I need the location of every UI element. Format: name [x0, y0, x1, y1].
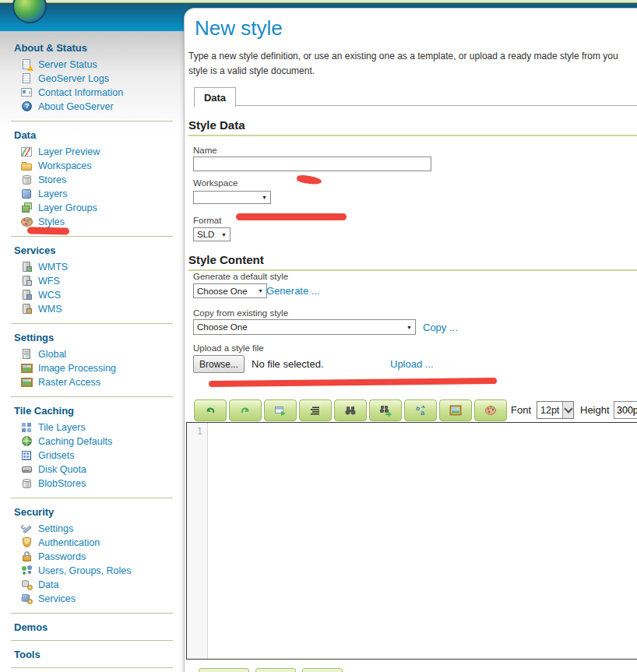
sidebar-separator	[11, 498, 173, 498]
annotation-styles-underline	[27, 227, 69, 234]
annotation-format-line	[236, 213, 347, 220]
code-editor-textarea[interactable]	[209, 423, 637, 659]
sidebar-link-blobstores[interactable]: BlobStores	[38, 478, 86, 489]
sidebar-item-raster-access: Raster Access	[0, 375, 184, 389]
sidebar-item-wcs: WCS	[0, 288, 184, 302]
tab-underline	[194, 105, 637, 106]
svg-text:b: b	[416, 405, 420, 412]
reformat-xml-button[interactable]	[264, 399, 297, 421]
replace-letters-icon: ba	[414, 404, 427, 417]
browse-button[interactable]: Browse...	[193, 355, 245, 373]
replace-button[interactable]: ba	[404, 399, 437, 421]
font-size-select[interactable]: 12pt	[537, 401, 574, 419]
geoserver-new-style-page: { "header": { "logo": "geoserver-globe" …	[0, 0, 637, 672]
sidebar-item-blobstores: BlobStores	[0, 477, 184, 491]
layer-preview-icon	[21, 146, 33, 157]
find-button[interactable]	[334, 399, 367, 421]
chevron-down-icon: ▼	[258, 288, 263, 294]
sidebar-item-tile-layers: Tile Layers	[0, 420, 184, 435]
sidebar-link-image-processing[interactable]: Image Processing	[38, 363, 116, 374]
image-processing-icon	[21, 363, 33, 374]
sidebar-separator	[11, 323, 173, 324]
sidebar-link-caching-defaults[interactable]: Caching Defaults	[38, 436, 112, 447]
sidebar-link-layers[interactable]: Layers	[38, 188, 68, 199]
description-line2: style is a valid style document.	[188, 64, 637, 79]
sidebar-link-workspaces[interactable]: Workspaces	[38, 160, 92, 171]
main-panel: New style Type a new style definition, o…	[184, 8, 637, 672]
sidebar-link-gridsets[interactable]: Gridsets	[38, 450, 75, 461]
sidebar-link-wfs[interactable]: WFS	[38, 276, 60, 287]
tab-data[interactable]: Data	[194, 87, 236, 107]
name-label: Name	[193, 146, 217, 155]
chevron-down-icon	[562, 402, 573, 418]
gridsets-icon	[21, 450, 33, 461]
sidebar-link-stores[interactable]: Stores	[38, 174, 66, 185]
generate-select[interactable]: Choose One ▼	[193, 283, 267, 298]
sidebar-item-layers: Layers	[0, 187, 184, 201]
svg-text:a: a	[421, 409, 425, 417]
sidebar-link-raster-access[interactable]: Raster Access	[38, 377, 100, 388]
security-services-icon	[21, 593, 33, 604]
sidebar-item-global: Global	[0, 347, 184, 361]
passwords-icon	[21, 551, 33, 562]
generate-link[interactable]: Generate ...	[266, 285, 320, 297]
page-title: New style	[195, 16, 283, 40]
sidebar-link-contact-information[interactable]: Contact Information	[38, 87, 123, 98]
blobstores-icon	[21, 478, 33, 489]
sidebar-item-authentication: Authentication	[0, 536, 184, 550]
sidebar-link-wms[interactable]: WMS	[38, 304, 62, 315]
sidebar-section-security: Security	[14, 506, 184, 518]
redo-button[interactable]	[229, 399, 262, 421]
workspaces-icon	[21, 160, 33, 171]
height-label: Height	[580, 404, 610, 416]
sidebar-link-wmts[interactable]: WMTS	[38, 262, 68, 273]
insert-image-button[interactable]	[439, 399, 472, 421]
sidebar-link-security-data[interactable]: Data	[38, 579, 58, 590]
sidebar-link-users-groups-roles[interactable]: Users, Groups, Roles	[38, 565, 131, 576]
sidebar-link-wcs[interactable]: WCS	[38, 290, 61, 301]
sidebar-link-layer-groups[interactable]: Layer Groups	[38, 202, 97, 213]
sidebar-section-demos[interactable]: Demos	[14, 621, 184, 633]
sidebar-item-stores: Stores	[0, 173, 184, 187]
indent-button[interactable]	[299, 399, 332, 421]
stores-icon	[21, 174, 33, 185]
sidebar-link-layer-preview[interactable]: Layer Preview	[38, 146, 100, 157]
action-button-2[interactable]	[255, 668, 296, 672]
palette-icon	[484, 404, 497, 417]
sidebar-link-tile-layers[interactable]: Tile Layers	[38, 422, 86, 433]
sidebar-link-server-status[interactable]: Server Status	[38, 59, 97, 70]
name-input[interactable]	[193, 157, 431, 171]
workspace-select[interactable]: ▼	[193, 191, 271, 204]
sidebar-link-authentication[interactable]: Authentication	[38, 537, 100, 548]
styles-icon	[21, 216, 33, 227]
upload-link[interactable]: Upload ...	[390, 358, 434, 370]
page-description: Type a new style definition, or use an e…	[188, 49, 637, 79]
sidebar-link-global[interactable]: Global	[38, 349, 66, 360]
copy-select[interactable]: Choose One ▼	[193, 319, 416, 335]
font-size-value: 12pt	[537, 405, 562, 416]
sidebar-link-security-services[interactable]: Services	[38, 593, 76, 604]
editor-height-input[interactable]	[614, 401, 637, 419]
sidebar-section-tools[interactable]: Tools	[14, 649, 184, 660]
sidebar-link-styles[interactable]: Styles	[38, 216, 65, 227]
style-data-heading: Style Data	[188, 118, 637, 136]
sidebar-link-security-settings[interactable]: Settings	[38, 523, 73, 534]
sidebar-item-users-groups-roles: Users, Groups, Roles	[0, 564, 184, 578]
action-button-1[interactable]	[199, 668, 249, 672]
undo-button[interactable]	[194, 399, 227, 421]
format-select[interactable]: SLD ▼	[193, 227, 231, 241]
color-picker-button[interactable]	[474, 399, 507, 421]
sidebar-link-passwords[interactable]: Passwords	[38, 551, 86, 562]
copy-label: Copy from existing style	[193, 308, 288, 318]
code-editor[interactable]: 1	[186, 422, 637, 660]
sidebar-item-wfs: WFS	[0, 274, 184, 288]
sidebar-link-disk-quota[interactable]: Disk Quota	[38, 464, 86, 475]
sidebar-separator	[11, 667, 173, 668]
sidebar-section-about-status: About & Status	[14, 42, 184, 54]
sidebar-link-geoserver-logs[interactable]: GeoServer Logs	[38, 73, 109, 84]
action-button-3[interactable]	[302, 668, 343, 672]
find-next-button[interactable]	[369, 399, 402, 421]
copy-link[interactable]: Copy ...	[423, 322, 458, 333]
authentication-icon	[21, 537, 33, 548]
sidebar-link-about-geoserver[interactable]: About GeoServer	[38, 101, 114, 112]
